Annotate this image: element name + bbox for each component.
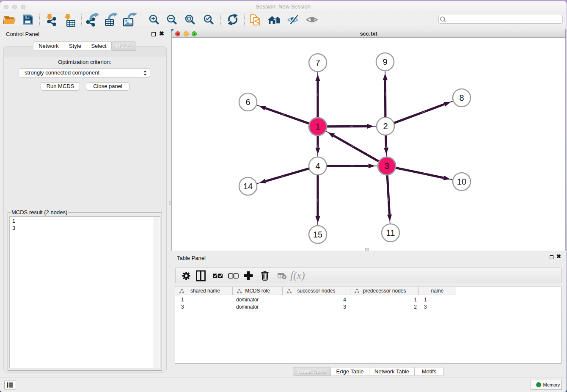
svg-text:7: 7 xyxy=(315,58,320,67)
svg-text:14: 14 xyxy=(243,182,253,191)
svg-text:f(x): f(x) xyxy=(290,270,305,282)
svg-text:10: 10 xyxy=(457,177,466,186)
svg-text:11: 11 xyxy=(386,228,395,237)
svg-text:2: 2 xyxy=(383,121,388,131)
svg-text:6: 6 xyxy=(245,97,250,107)
svg-text:4: 4 xyxy=(315,161,320,171)
svg-text:3: 3 xyxy=(384,161,389,171)
svg-text:1: 1 xyxy=(315,122,320,131)
svg-text:9: 9 xyxy=(383,57,387,66)
svg-text:15: 15 xyxy=(313,230,322,239)
svg-text:8: 8 xyxy=(459,93,464,102)
